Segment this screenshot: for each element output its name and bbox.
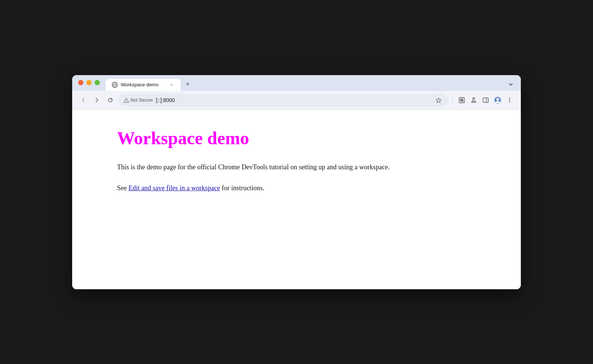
- svg-rect-10: [462, 99, 463, 100]
- not-secure-text: Not Secure: [130, 98, 153, 103]
- svg-point-6: [126, 101, 126, 101]
- forward-icon: [94, 97, 100, 103]
- address-bar[interactable]: Not Secure [::]:8000: [119, 94, 449, 107]
- traffic-lights: [77, 80, 104, 90]
- back-button[interactable]: [78, 95, 89, 105]
- svg-marker-7: [436, 98, 441, 102]
- browser-window: Workspace demo × +: [72, 75, 521, 289]
- svg-rect-9: [460, 99, 462, 100]
- link-prefix: See: [117, 184, 129, 192]
- traffic-light-close[interactable]: [78, 80, 83, 85]
- svg-rect-11: [460, 100, 462, 102]
- tab-row: Workspace demo × +: [72, 75, 521, 91]
- labs-icon: [470, 97, 477, 104]
- svg-point-22: [509, 101, 510, 102]
- page-description: This is the demo page for the official C…: [117, 162, 476, 173]
- new-tab-button[interactable]: +: [182, 79, 193, 90]
- svg-point-20: [509, 98, 510, 99]
- profile-icon: [494, 96, 501, 104]
- svg-point-19: [497, 98, 499, 101]
- svg-point-21: [509, 99, 510, 101]
- browser-tab-active[interactable]: Workspace demo ×: [106, 79, 181, 91]
- nav-right-icons: [457, 95, 515, 105]
- tab-dropdown-button[interactable]: [505, 79, 516, 90]
- sidebar-icon: [482, 97, 489, 104]
- tab-favicon-icon: [112, 82, 118, 88]
- forward-button[interactable]: [92, 95, 102, 105]
- kebab-menu-icon: [507, 97, 513, 103]
- svg-rect-16: [483, 98, 488, 102]
- nav-divider-1: [452, 96, 453, 104]
- workspace-link[interactable]: Edit and save files in a workspace: [129, 184, 220, 192]
- traffic-light-maximize[interactable]: [95, 80, 100, 85]
- extensions-button[interactable]: [457, 95, 467, 105]
- svg-point-15: [474, 101, 475, 102]
- traffic-light-minimize[interactable]: [86, 80, 92, 85]
- address-actions: [434, 95, 443, 105]
- devtools-labs-button[interactable]: [468, 95, 479, 105]
- reload-button[interactable]: [105, 95, 116, 105]
- svg-point-14: [473, 101, 474, 101]
- nav-bar: Not Secure [::]:8000: [72, 91, 521, 110]
- svg-rect-12: [462, 100, 463, 102]
- tab-close-button[interactable]: ×: [169, 82, 175, 88]
- chevron-down-icon: [508, 82, 513, 87]
- menu-button[interactable]: [504, 95, 515, 105]
- back-icon: [80, 97, 86, 103]
- extensions-icon: [458, 97, 465, 104]
- page-link-line: See Edit and save files in a workspace f…: [117, 183, 476, 194]
- reload-icon: [107, 97, 113, 103]
- tab-title: Workspace demo: [121, 82, 166, 87]
- title-bar: Workspace demo × +: [72, 75, 521, 91]
- star-button[interactable]: [434, 95, 443, 105]
- page-heading: Workspace demo: [117, 128, 476, 148]
- warning-icon: [124, 98, 129, 103]
- link-suffix: for instructions.: [220, 184, 264, 192]
- profile-button[interactable]: [492, 95, 503, 105]
- page-content: Workspace demo This is the demo page for…: [72, 110, 521, 289]
- sidebar-button[interactable]: [480, 95, 491, 105]
- not-secure-indicator: Not Secure: [124, 98, 153, 103]
- url-text[interactable]: [::]:8000: [156, 97, 431, 103]
- star-icon: [436, 97, 442, 103]
